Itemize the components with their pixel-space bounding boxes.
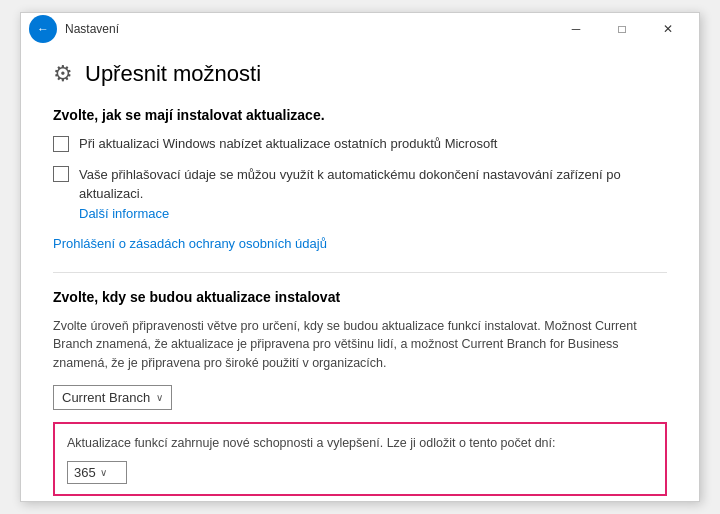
section-install-type: Zvolte, jak se mají instalovat aktualiza… [53, 107, 667, 252]
feature-updates-dropdown[interactable]: 365 ∨ [67, 461, 127, 484]
feature-updates-dropdown-value: 365 [74, 465, 96, 480]
titlebar-title: Nastavení [65, 22, 553, 36]
checkbox2-label: Vaše přihlašovací údaje se můžou využít … [79, 167, 621, 201]
page-header: ⚙ Upřesnit možnosti [53, 61, 667, 87]
checkbox-microsoft-products[interactable] [53, 136, 69, 152]
checkbox-login-credentials[interactable] [53, 166, 69, 182]
section2-description: Zvolte úroveň připravenosti větve pro ur… [53, 317, 667, 373]
back-button[interactable]: ← [29, 15, 57, 43]
branch-dropdown-arrow: ∨ [156, 392, 163, 403]
page-title: Upřesnit možnosti [85, 61, 261, 87]
feature-updates-box: Aktualizace funkcí zahrnuje nové schopno… [53, 422, 667, 496]
minimize-button[interactable]: ─ [553, 13, 599, 45]
section-divider [53, 272, 667, 273]
maximize-icon: □ [618, 22, 625, 36]
checkbox-row-2: Vaše přihlašovací údaje se můžou využít … [53, 165, 667, 221]
section2-title: Zvolte, kdy se budou aktualizace instalo… [53, 289, 667, 305]
branch-dropdown[interactable]: Current Branch ∨ [53, 385, 172, 410]
minimize-icon: ─ [572, 22, 581, 36]
feature-updates-dropdown-arrow: ∨ [100, 467, 107, 478]
window-controls: ─ □ ✕ [553, 13, 691, 45]
checkbox1-label: Při aktualizaci Windows nabízet aktualiz… [79, 135, 497, 153]
more-info-link[interactable]: Další informace [79, 206, 169, 221]
back-icon: ← [37, 22, 49, 36]
section1-title: Zvolte, jak se mají instalovat aktualiza… [53, 107, 667, 123]
privacy-link[interactable]: Prohlášení o zásadách ochrany osobních ú… [53, 236, 327, 251]
titlebar: ← Nastavení ─ □ ✕ [21, 13, 699, 45]
main-window: ← Nastavení ─ □ ✕ ⚙ Upřesnit možnosti Zv… [20, 12, 700, 502]
gear-icon: ⚙ [53, 61, 73, 87]
checkbox2-content: Vaše přihlašovací údaje se můžou využít … [79, 165, 667, 221]
checkbox-row-1: Při aktualizaci Windows nabízet aktualiz… [53, 135, 667, 153]
maximize-button[interactable]: □ [599, 13, 645, 45]
branch-dropdown-value: Current Branch [62, 390, 150, 405]
content-area: ⚙ Upřesnit možnosti Zvolte, jak se mají … [21, 45, 699, 501]
section-install-timing: Zvolte, kdy se budou aktualizace instalo… [53, 289, 667, 501]
close-icon: ✕ [663, 22, 673, 36]
feature-updates-description: Aktualizace funkcí zahrnuje nové schopno… [67, 434, 653, 453]
close-button[interactable]: ✕ [645, 13, 691, 45]
